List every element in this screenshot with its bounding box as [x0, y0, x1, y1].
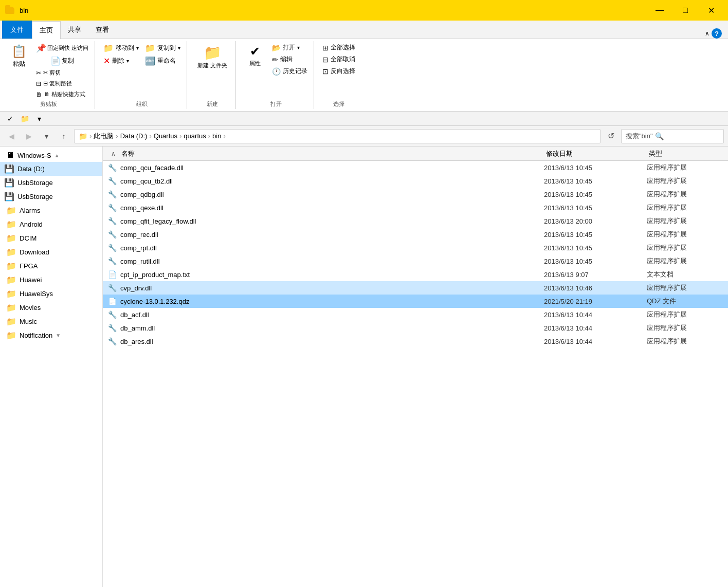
rename-button[interactable]: 🔤 重命名 [143, 55, 183, 67]
sidebar-item-alarms[interactable]: 📁 Alarms [0, 204, 102, 217]
file-icon: 🔧 [107, 203, 117, 213]
file-date: 2021/5/20 21:19 [544, 298, 647, 305]
table-row[interactable]: 🔧 db_amm.dll 2013/6/13 10:44 应用程序扩展 [103, 321, 728, 335]
search-box[interactable]: 搜索"bin" 🔍 [621, 129, 724, 143]
file-date: 2013/6/13 10:45 [544, 244, 647, 252]
path-computer[interactable]: 此电脑 [94, 132, 114, 141]
sidebar-item-huaweisys[interactable]: 📁 HuaweiSys [0, 287, 102, 301]
content-area: ∧ 名称 修改日期 类型 🔧 comp_qcu_facade.dll 2013/… [103, 146, 728, 587]
file-icon: 🔧 [107, 176, 117, 186]
folder-movies-icon: 📁 [6, 303, 16, 313]
file-name: comp_rutil.dll [120, 258, 544, 265]
table-row[interactable]: 🔧 cvp_drv.dll 2013/6/13 10:46 应用程序扩展 [103, 281, 728, 295]
minimize-button[interactable]: — [648, 0, 671, 21]
table-row[interactable]: 🔧 comp_qdbg.dll 2013/6/13 10:45 应用程序扩展 [103, 188, 728, 201]
pin-button[interactable]: 📌 固定到快 速访问 [34, 42, 90, 54]
table-row[interactable]: 🔧 comp_rec.dll 2013/6/13 10:45 应用程序扩展 [103, 228, 728, 241]
table-row[interactable]: 🔧 comp_rutil.dll 2013/6/13 10:45 应用程序扩展 [103, 254, 728, 268]
collapse-ribbon-icon[interactable]: ∧ [705, 30, 709, 37]
cut-button[interactable]: ✂ ✂ 剪切 [34, 68, 90, 78]
forward-button[interactable]: ▶ [22, 129, 36, 143]
back-button[interactable]: ◀ [4, 129, 19, 143]
clipboard-group: 📋 粘贴 📌 固定到快 速访问 📄 复制 ✂ ✂ 剪切 [4, 41, 95, 109]
refresh-button[interactable]: ↺ [604, 129, 618, 143]
table-row[interactable]: 🔧 db_ares.dll 2013/6/13 10:44 应用程序扩展 [103, 335, 728, 348]
sidebar-item-usb1[interactable]: 💾 UsbStorage [0, 176, 102, 190]
path-quartus[interactable]: Quartus [154, 132, 177, 140]
history-button[interactable]: 🕐 历史记录 [270, 66, 310, 77]
col-type-header[interactable]: 类型 [647, 149, 724, 158]
sidebar-item-dcim[interactable]: 📁 DCIM [0, 231, 102, 245]
dropdown-arrow: ▾ [136, 45, 139, 51]
help-button[interactable]: ? [712, 28, 722, 39]
sidebar-item-fpga[interactable]: 📁 FPGA [0, 259, 102, 273]
sidebar-item-movies[interactable]: 📁 Movies [0, 301, 102, 315]
properties-button[interactable]: ✔ 属性 [242, 42, 268, 69]
sidebar-item-huawei[interactable]: 📁 Huawei [0, 273, 102, 287]
folder-notification-icon: 📁 [6, 331, 16, 340]
recent-locations-button[interactable]: ▾ [39, 129, 53, 143]
table-row[interactable]: 🔧 comp_qfit_legacy_flow.dll 2013/6/13 20… [103, 214, 728, 228]
copy-to-button[interactable]: 📁 复制到 ▾ [143, 42, 183, 54]
sidebar-item-usb2[interactable]: 💾 UsbStorage [0, 190, 102, 204]
open-button[interactable]: 📂 打开 ▾ [270, 42, 310, 53]
up-button[interactable]: ↑ [57, 129, 71, 143]
qat-dropdown-button[interactable]: ▾ [33, 113, 45, 125]
path-data-d[interactable]: Data (D:) [120, 132, 148, 140]
folder-download-icon: 📁 [6, 247, 16, 257]
table-row[interactable]: 🔧 comp_qcu_facade.dll 2013/6/13 10:45 应用… [103, 161, 728, 174]
address-path[interactable]: 📁 › 此电脑 › Data (D:) › Quartus › quartus … [74, 129, 600, 143]
folder-alarms-icon: 📁 [6, 206, 16, 215]
file-icon: 🔧 [107, 309, 117, 320]
table-row[interactable]: 🔧 comp_qexe.dll 2013/6/13 10:45 应用程序扩展 [103, 201, 728, 214]
file-type: QDZ 文件 [647, 297, 724, 306]
table-row[interactable]: 📄 cyclone-13.0.1.232.qdz 2021/5/20 21:19… [103, 295, 728, 308]
path-bin[interactable]: bin [212, 132, 221, 140]
new-group: 📁 新建 文件夹 新建 [191, 41, 236, 109]
sidebar-item-notification[interactable]: 📁 Notification ▼ [0, 328, 102, 342]
col-name-header[interactable]: 名称 [119, 149, 544, 158]
sidebar-item-music[interactable]: 📁 Music [0, 315, 102, 328]
tab-home[interactable]: 主页 [32, 21, 61, 39]
folder-dcim-icon: 📁 [6, 233, 16, 243]
main-area: 🖥 Windows-S ▲ 💾 Data (D:) 💾 UsbStorage 💾… [0, 146, 728, 587]
file-type: 应用程序扩展 [647, 283, 724, 292]
sidebar-item-android[interactable]: 📁 Android [0, 217, 102, 231]
copy-button[interactable]: 📄 复制 [34, 55, 90, 67]
sidebar-item-windows[interactable]: 🖥 Windows-S ▲ [0, 149, 102, 162]
copy-path-button[interactable]: ⊟ ⊟ 复制路径 [34, 79, 90, 88]
select-col: ⊞ 全部选择 ⊟ 全部取消 ⊡ 反向选择 [320, 42, 357, 77]
close-button[interactable]: ✕ [699, 0, 723, 21]
sidebar-item-data-d[interactable]: 💾 Data (D:) [0, 162, 102, 176]
table-row[interactable]: 🔧 comp_qcu_tb2.dll 2013/6/13 10:45 应用程序扩… [103, 174, 728, 188]
tab-file[interactable]: 文件 [2, 21, 32, 39]
copy-to-dropdown: ▾ [178, 45, 180, 51]
qat-folder-button[interactable]: 📁 [19, 113, 31, 125]
tab-view[interactable]: 查看 [88, 21, 116, 39]
tab-share[interactable]: 共享 [61, 21, 88, 39]
search-icon[interactable]: 🔍 [655, 132, 664, 140]
col-date-header[interactable]: 修改日期 [544, 149, 647, 158]
file-name: comp_qfit_legacy_flow.dll [120, 217, 544, 225]
qat-checkmark-button[interactable]: ✓ [4, 113, 16, 125]
new-folder-button[interactable]: 📁 新建 文件夹 [193, 42, 231, 71]
history-icon: 🕐 [272, 67, 281, 76]
sort-arrow[interactable]: ∧ [107, 146, 119, 160]
file-list: 🔧 comp_qcu_facade.dll 2013/6/13 10:45 应用… [103, 161, 728, 587]
paste-shortcut-button[interactable]: 🗎 🗎 粘贴快捷方式 [34, 89, 90, 99]
sidebar-item-download[interactable]: 📁 Download [0, 245, 102, 259]
select-none-button[interactable]: ⊟ 全部取消 [320, 54, 357, 65]
edit-button[interactable]: ✏ 编辑 [270, 54, 310, 65]
paste-button[interactable]: 📋 粘贴 [6, 42, 32, 70]
table-row[interactable]: 🔧 comp_rpt.dll 2013/6/13 10:45 应用程序扩展 [103, 241, 728, 254]
path-quartus2[interactable]: quartus [184, 132, 206, 140]
move-to-button[interactable]: 📁 移动到 ▾ [101, 42, 141, 54]
table-row[interactable]: 🔧 db_acf.dll 2013/6/13 10:44 应用程序扩展 [103, 308, 728, 321]
table-row[interactable]: 📄 cpt_ip_product_map.txt 2013/6/13 9:07 … [103, 268, 728, 281]
delete-button[interactable]: ✕ 删除 ▾ [101, 55, 141, 67]
file-name: comp_rec.dll [120, 231, 544, 239]
file-name: cpt_ip_product_map.txt [120, 271, 544, 279]
select-all-button[interactable]: ⊞ 全部选择 [320, 42, 357, 53]
invert-select-button[interactable]: ⊡ 反向选择 [320, 66, 357, 77]
maximize-button[interactable]: □ [674, 0, 697, 21]
